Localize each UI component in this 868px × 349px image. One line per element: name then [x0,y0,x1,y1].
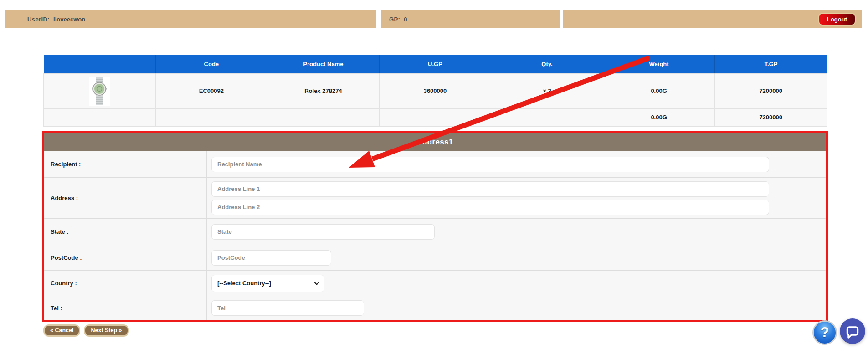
product-weight-cell: 0.00G [603,73,715,108]
recipient-input[interactable] [211,157,769,172]
product-watch-image [89,77,110,106]
cancel-button[interactable]: « Cancel [43,324,80,337]
totals-empty-cell [267,108,380,126]
live-chat-button[interactable] [840,318,865,344]
country-select[interactable]: [--Select Country--] [211,275,324,292]
address-section-title: Address1 [44,133,826,151]
totals-tgp-cell: 7200000 [715,108,827,126]
totals-weight-cell: 0.00G [603,108,715,126]
address-form-section: Address1 Recipient : Address : State : P… [42,131,828,322]
postcode-form-row: PostCode : [44,245,826,271]
product-ugp-cell: 3600000 [379,73,491,108]
table-totals-row: 0.00G 7200000 [44,108,827,126]
topbar-gp-segment: GP: 0 [381,10,560,28]
chat-bubble-icon [840,318,865,344]
logout-button[interactable]: Logout [818,13,856,26]
product-qty-cell: × 2 [491,73,603,108]
postcode-label: PostCode : [44,245,207,270]
tel-form-row: Tel : [44,296,826,320]
totals-empty-cell [379,108,491,126]
address-form-row: Address : [44,178,826,219]
form-actions: « Cancel Next Step » [43,324,129,337]
state-input[interactable] [211,224,435,240]
help-button[interactable]: ? [812,320,837,345]
topbar-userid-segment: UserID: iloveecwon [5,10,376,28]
header-product-name: Product Name [267,55,380,73]
topbar-logout-segment: Logout [563,10,862,28]
product-image-cell [44,73,156,108]
address-line2-input[interactable] [211,200,769,215]
userid-value: iloveecwon [53,16,85,23]
address-line1-input[interactable] [211,181,769,197]
product-code-cell: EC00092 [155,73,267,108]
totals-empty-cell [491,108,603,126]
tel-label: Tel : [44,296,207,320]
country-select-value: [--Select Country--] [217,280,271,287]
tel-input[interactable] [211,300,364,316]
table-row: EC00092 Rolex 278274 3600000 × 2 0.00G 7… [44,73,827,108]
recipient-label: Recipient : [44,151,207,177]
userid-label: UserID: [27,16,50,23]
header-ugp: U.GP [379,55,491,73]
state-label: State : [44,219,207,245]
header-code: Code [155,55,267,73]
header-tgp: T.GP [715,55,827,73]
product-name-cell: Rolex 278274 [267,73,380,108]
next-step-button[interactable]: Next Step » [84,324,128,337]
totals-empty-cell [44,108,156,126]
product-tgp-cell: 7200000 [715,73,827,108]
country-label: Country : [44,271,207,296]
header-weight: Weight [603,55,715,73]
header-image [44,55,156,73]
question-mark-icon: ? [821,324,829,341]
header-qty: Qty. [491,55,603,73]
state-form-row: State : [44,219,826,245]
totals-empty-cell [155,108,267,126]
address-label: Address : [44,178,207,218]
table-header-row: Code Product Name U.GP Qty. Weight T.GP [44,55,827,73]
recipient-form-row: Recipient : [44,151,826,178]
chevron-down-icon [314,282,319,285]
postcode-input[interactable] [211,250,331,266]
cart-product-table: Code Product Name U.GP Qty. Weight T.GP … [43,55,827,127]
gp-label: GP: [389,16,400,23]
gp-value: 0 [404,16,407,23]
country-form-row: Country : [--Select Country--] [44,271,826,296]
